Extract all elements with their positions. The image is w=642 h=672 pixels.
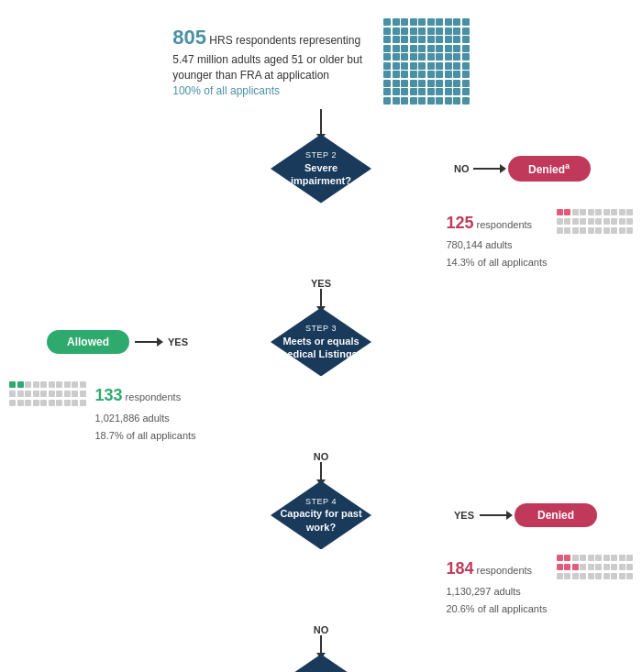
step2-right: NO Denieda [449,156,642,182]
step2-respondents: 125 [446,214,473,232]
step2-denied-label: Denied [528,163,565,176]
step3-yes-arrow: YES [135,336,188,347]
step3-adults: 1,021,886 adults [95,410,196,427]
step2-denied-stats-section: 125 respondents 780,144 adults 14.3% of … [446,209,633,271]
step4-diamond-wrapper: Step 4 Capacity for past work? [193,480,449,549]
step4-row: Step 4 Capacity for past work? YES Denie… [0,480,642,549]
step2-grey-grid-2 [557,218,634,225]
step3-grey-grid-3 [9,400,86,406]
step4-denied-box: Denied [515,503,597,527]
step4-diamond: Step 4 Capacity for past work? [271,480,371,549]
step2-yes-label: YES [311,278,331,289]
step3-yes-label: YES [168,336,188,347]
step4-respondents: 184 [446,559,473,578]
step3-no-label: NO [314,451,329,462]
step2-no-arrow: NO [454,163,501,174]
step3-allowed-box: Allowed [47,330,129,354]
step2-diamond: Step 2 Severe impairment? [271,135,371,204]
step3-question: Meets or equals medical Listings? [275,335,367,361]
step2-question: Severe impairment? [275,161,367,188]
step2-denied-stats: 125 respondents 780,144 adults 14.3% of … [446,209,547,271]
step3-left: Allowed YES [0,330,193,354]
step4-label: Step 4 [305,497,337,508]
step3-row: Allowed YES Step 3 Meets or equals medic… [0,307,642,376]
step4-denied-label: Denied [537,509,574,522]
step3-grey-grid-2 [9,391,86,397]
step4-pink-grid-2 [557,564,634,570]
step3-respondents: 133 [95,386,123,404]
step4-dot-grids [557,555,634,579]
flowchart: 805 HRS respondents representing 5.47 mi… [0,0,642,672]
step4-denied-stats: 184 respondents 1,130,297 adults 20.6% o… [446,555,547,617]
top-dot-grid [383,18,470,105]
step2-diamond-wrapper: Step 2 Severe impairment? [193,135,449,204]
step4-adults: 1,130,297 adults [446,583,547,600]
step2-adults: 780,144 adults [446,237,547,254]
step2-no-label: NO [454,163,470,174]
step3-green-grid-1 [9,381,86,388]
step2-pct: 14.3% of all applicants [446,254,547,271]
arrow-top-to-step2 [0,109,642,135]
step4-respondents-label: respondents [477,565,533,576]
step2-respondents-label: respondents [477,219,533,230]
step5-diamond: Step 5 Capacity for any work? [271,654,371,672]
step4-yes-arrow: YES [454,510,507,521]
step4-denied-stats-section: 184 respondents 1,130,297 adults 20.6% o… [446,555,633,617]
step3-respondents-label: respondents [126,391,182,402]
step3-allowed-label: Allowed [67,336,109,348]
step5-row: Allowed NO Step 5 Capacity for any work?… [0,654,642,672]
step4-pct: 20.6% of all applicants [446,600,547,618]
step4-right: YES Denied [449,503,642,527]
top-description: 805 HRS respondents representing 5.47 mi… [172,24,374,98]
step2-pink-grid [557,209,634,215]
step2-label: Step 2 [305,150,337,161]
step3-pct: 18.7% of all applicants [95,427,196,445]
step4-grey-grid-3 [557,573,634,579]
step2-grey-grid-3 [557,227,634,234]
top-section: 805 HRS respondents representing 5.47 mi… [0,9,642,105]
step2-yes-connector: YES [0,278,642,307]
top-big-num: 805 [172,26,206,49]
step2-dot-grids [557,209,634,234]
step4-no-connector: NO [0,624,642,654]
step2-denied-sup: a [565,161,570,171]
step4-pink-grid-1 [557,555,634,561]
step4-yes-label: YES [454,510,474,521]
step3-allowed-stats: 133 respondents 1,021,886 adults 18.7% o… [95,381,196,444]
step3-no-connector: NO [0,451,642,480]
step5-diamond-wrapper: Step 5 Capacity for any work? [193,654,449,672]
top-pct: 100% of all applicants [172,84,280,97]
step3-diamond-wrapper: Step 3 Meets or equals medical Listings? [193,307,449,376]
step3-allowed-stats-section: 133 respondents 1,021,886 adults 18.7% o… [9,381,196,444]
step2-denied-box: Denieda [508,156,591,182]
step4-question: Capacity for past work? [275,507,367,534]
step4-no-label: NO [314,624,329,635]
step3-diamond: Step 3 Meets or equals medical Listings? [271,307,371,376]
step3-dot-grids [9,381,86,406]
step2-row: Step 2 Severe impairment? NO Denieda [0,135,642,204]
step3-label: Step 3 [305,324,337,335]
